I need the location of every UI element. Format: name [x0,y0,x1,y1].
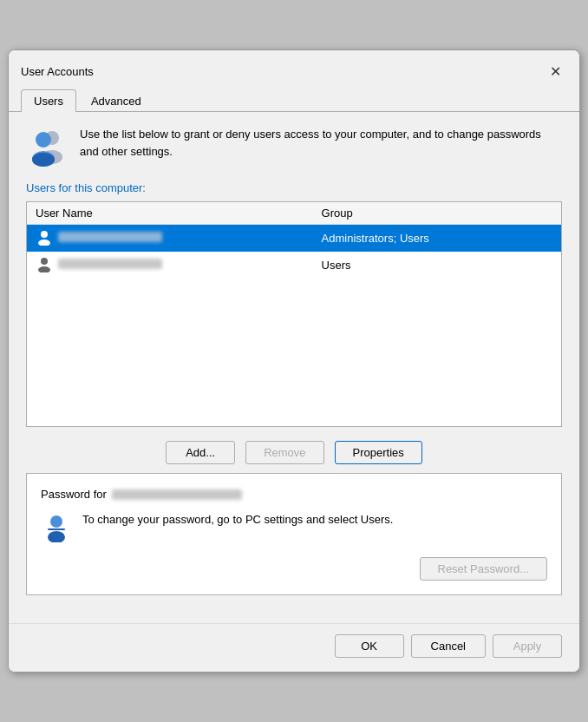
apply-button[interactable]: Apply [493,634,562,658]
password-username-blurred [112,489,242,500]
password-section: Password for To change your password, go… [26,473,562,595]
properties-button[interactable]: Properties [335,441,422,464]
main-content: Use the list below to grant or deny user… [9,112,579,623]
user-accounts-dialog: User Accounts ✕ Users Advanced [8,49,580,673]
reset-password-button[interactable]: Reset Password... [420,557,548,581]
action-buttons: Add... Remove Properties [26,441,562,464]
tab-bar: Users Advanced [9,83,579,112]
add-button[interactable]: Add... [166,441,235,464]
dialog-footer: OK Cancel Apply [9,623,579,672]
password-info-text: To change your password, go to PC settin… [82,511,393,528]
user-avatar-2 [36,255,162,272]
username-blurred-2 [58,259,162,269]
svg-point-5 [41,231,48,238]
tab-users[interactable]: Users [21,89,76,112]
user-table-container: User Name Group [26,201,562,427]
group-cell-2: Users [313,252,561,279]
info-text: Use the list below to grant or deny user… [80,126,562,160]
password-info: To change your password, go to PC settin… [41,511,547,545]
ok-button[interactable]: OK [335,634,404,658]
svg-point-2 [36,132,51,148]
col-username: User Name [27,202,313,225]
tab-advanced[interactable]: Advanced [78,89,154,112]
cancel-button[interactable]: Cancel [411,634,486,658]
username-blurred [58,232,162,242]
svg-point-9 [50,515,62,528]
user-avatar [36,228,162,246]
title-bar: User Accounts ✕ [9,50,579,83]
group-cell-1: Administrators; Users [313,225,561,253]
user-table: User Name Group [27,202,561,279]
password-label: Password for [41,488,547,501]
user-name-cell [27,225,313,253]
password-label-prefix: Password for [41,488,107,501]
svg-point-6 [38,240,50,246]
users-icon [26,126,68,167]
table-row[interactable]: Users [27,252,561,279]
svg-point-8 [38,266,50,272]
svg-point-10 [48,531,65,542]
remove-button[interactable]: Remove [245,441,323,464]
svg-point-7 [41,258,48,265]
password-btn-row: Reset Password... [41,557,547,581]
svg-point-4 [32,153,55,167]
svg-rect-11 [48,528,65,530]
table-header-row: User Name Group [27,202,561,225]
info-box: Use the list below to grant or deny user… [26,126,562,167]
user-name-cell-2 [27,252,313,279]
users-section-title: Users for this computer: [26,181,562,194]
window-title: User Accounts [21,65,94,78]
password-icon [41,511,72,545]
close-button[interactable]: ✕ [543,59,567,83]
col-group: Group [313,202,561,225]
table-row[interactable]: Administrators; Users [27,225,561,253]
